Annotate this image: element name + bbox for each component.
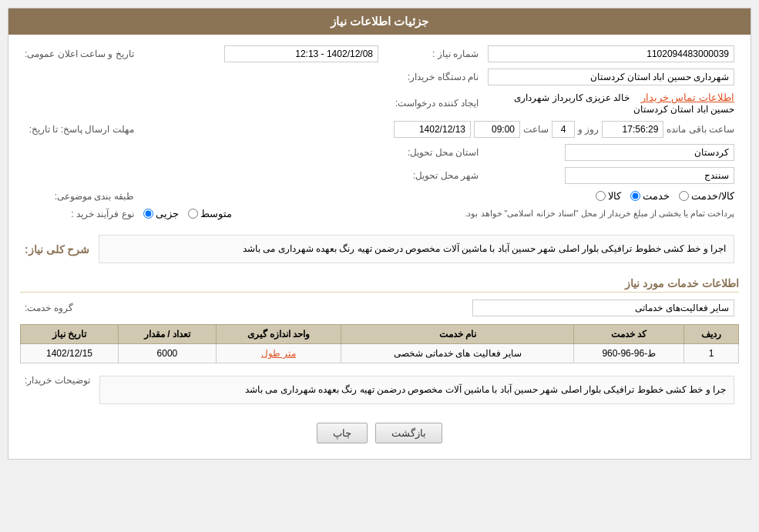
purchase-partial: جزیی xyxy=(143,208,179,219)
buyer-desc-table: جرا و خط کشی خطوط ترافیکی بلوار اصلی شهر… xyxy=(20,368,739,412)
need-number-label: شماره نیاز : xyxy=(383,42,483,65)
col-name: نام خدمت xyxy=(341,325,574,344)
city-value: سنندج xyxy=(565,167,734,184)
category-goods-service-label: کالا/خدمت xyxy=(691,190,734,202)
deadline-date: 1402/12/13 xyxy=(394,121,471,138)
buyer-desc-label: توضیحات خریدار: xyxy=(25,375,90,386)
need-number-value: 1102094483000039 xyxy=(488,45,734,62)
content-area: 1102094483000039 شماره نیاز : 1402/12/08… xyxy=(8,35,751,459)
service-group-value: سایر فعالیت‌های خدماتی xyxy=(472,299,734,316)
purchase-medium: متوسط xyxy=(188,208,232,219)
need-desc-box: اجرا و خط کشی خطوط ترافیکی بلوار اصلی شه… xyxy=(99,235,734,263)
purchase-medium-radio[interactable] xyxy=(188,209,198,219)
buyer-desc-box: جرا و خط کشی خطوط ترافیکی بلوار اصلی شهر… xyxy=(99,376,734,404)
cell-code: ط-96-96-960 xyxy=(574,344,684,363)
category-service-label: خدمت xyxy=(643,190,670,202)
deadline-time: 09:00 xyxy=(474,121,520,138)
province-label: استان محل تحویل: xyxy=(383,141,483,164)
services-table: ردیف کد خدمت نام خدمت واحد اندازه گیری ت… xyxy=(20,324,739,363)
page-title: جزئیات اطلاعات نیاز xyxy=(331,15,428,28)
cell-row: 1 xyxy=(684,344,739,363)
purchase-partial-radio[interactable] xyxy=(143,209,153,219)
creator-label: ایجاد کننده درخواست: xyxy=(383,89,483,118)
print-button[interactable]: چاپ xyxy=(317,423,368,443)
city-label: شهر محل تحویل: xyxy=(383,164,483,187)
col-code: کد خدمت xyxy=(574,325,684,344)
table-row: 1 ط-96-96-960 سایر فعالیت های خدماتی شخص… xyxy=(21,344,739,363)
purchase-partial-label: جزیی xyxy=(156,208,179,219)
service-group-label: گروه خدمت: xyxy=(20,296,78,320)
category-goods-label: کالا xyxy=(608,190,621,202)
cell-qty: 6000 xyxy=(118,344,216,363)
category-service-radio[interactable] xyxy=(630,191,640,201)
category-goods: کالا xyxy=(596,190,621,202)
category-group: کالا/خدمت خدمت کالا xyxy=(143,190,734,202)
button-row: بازگشت چاپ xyxy=(20,423,739,443)
category-goods-radio[interactable] xyxy=(596,191,606,201)
contact-link[interactable]: اطلاعات تماس خریدار xyxy=(641,92,734,103)
service-group-table: سایر فعالیت‌های خدماتی گروه خدمت: xyxy=(20,296,739,320)
deadline-remaining: 17:56:29 xyxy=(602,121,663,138)
category-service: خدمت xyxy=(630,190,670,202)
category-label: طبقه بندی موضوعی: xyxy=(20,187,139,205)
main-container: جزئیات اطلاعات نیاز 1102094483000039 شما… xyxy=(8,8,751,460)
category-goods-service-radio[interactable] xyxy=(679,191,689,201)
announcement-date-value: 1402/12/08 - 12:13 xyxy=(224,45,378,62)
deadline-label: مهلت ارسال پاسخ: تا تاریخ: xyxy=(20,118,139,141)
buyer-desc-value: جرا و خط کشی خطوط ترافیکی بلوار اصلی شهر… xyxy=(108,383,726,397)
cell-date: 1402/12/15 xyxy=(21,344,119,363)
purchase-type-label: نوع فرآیند خرید : xyxy=(20,205,139,223)
deadline-remaining-label: ساعت باقی مانده xyxy=(667,124,734,135)
need-desc-value: اجرا و خط کشی خطوط ترافیکی بلوار اصلی شه… xyxy=(107,242,726,256)
deadline-days-label: روز و xyxy=(578,124,599,135)
deadline-time-label: ساعت xyxy=(523,124,549,135)
purchase-medium-label: متوسط xyxy=(200,208,232,219)
cell-unit[interactable]: متر طول xyxy=(216,344,341,363)
announcement-date-label: تاریخ و ساعت اعلان عمومی: xyxy=(20,42,139,65)
buyer-org-value: شهرداری حسین اباد استان کردستان xyxy=(488,69,734,85)
col-date: تاریخ نیاز xyxy=(21,325,119,344)
page-header: جزئیات اطلاعات نیاز xyxy=(8,8,751,35)
cell-name: سایر فعالیت های خدماتی شخصی xyxy=(341,344,574,363)
buyer-org-label: نام دستگاه خریدار: xyxy=(383,65,483,89)
need-desc-section: شرح کلی نیاز: xyxy=(25,243,89,258)
category-goods-service: کالا/خدمت xyxy=(679,190,734,202)
col-row: ردیف xyxy=(684,325,739,344)
services-section-title: اطلاعات خدمات مورد نیاز xyxy=(20,277,739,293)
province-value: کردستان xyxy=(565,144,734,161)
info-grid: 1102094483000039 شماره نیاز : 1402/12/08… xyxy=(20,42,739,223)
back-button[interactable]: بازگشت xyxy=(375,423,442,443)
purchase-type-group: پرداخت تمام یا بخشی از مبلغ خریدار از مح… xyxy=(143,208,734,219)
need-desc-table: اجرا و خط کشی خطوط ترافیکی بلوار اصلی شه… xyxy=(20,227,739,271)
col-qty: تعداد / مقدار xyxy=(118,325,216,344)
deadline-days: 4 xyxy=(552,121,575,138)
col-unit: واحد اندازه گیری xyxy=(216,325,341,344)
purchase-note: پرداخت تمام یا بخشی از مبلغ خریدار از مح… xyxy=(241,209,734,219)
